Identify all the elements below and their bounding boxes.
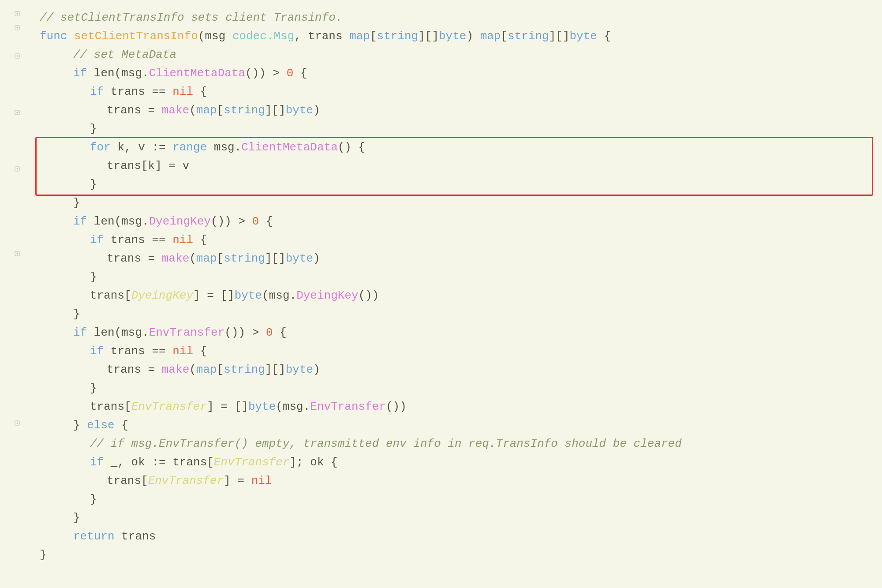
line-tokens: } [90, 176, 97, 193]
token-default: trans = [107, 252, 162, 265]
token-default: } [73, 419, 87, 432]
gutter-icon-5 [12, 79, 22, 89]
gutter-icon-19 [12, 277, 22, 287]
token-default: trans == [111, 233, 172, 247]
token-default: ][] [549, 30, 570, 43]
line-tokens: func setClientTransInfo(msg codec.Msg, t… [40, 27, 611, 45]
token-italic: EnvTransfer [148, 474, 224, 487]
gutter-icon-0[interactable] [12, 9, 22, 19]
token-method: EnvTransfer [310, 400, 386, 413]
token-keyword: byte [248, 400, 276, 413]
token-default: len(msg. [94, 215, 149, 228]
code-line-15: } [35, 268, 882, 287]
token-default: ) [313, 252, 320, 265]
token-keyword: if [73, 215, 94, 228]
gutter-icon-29[interactable] [12, 418, 22, 428]
line-tokens: trans[k] = v [107, 157, 189, 175]
token-func: setClientTransInfo [74, 30, 198, 43]
gutter-icon-2 [12, 37, 22, 47]
code-line-2: func setClientTransInfo(msg codec.Msg, t… [35, 27, 882, 46]
code-line-10: } [35, 176, 882, 194]
code-line-27: } [35, 491, 882, 509]
gutter-icon-12 [12, 178, 22, 188]
code-line-9: trans[k] = v [35, 157, 882, 176]
line-tokens: for k, v := range msg.ClientMetaData() { [90, 139, 365, 156]
token-default: , trans [294, 30, 349, 43]
gutter-icon-11[interactable] [12, 164, 22, 174]
token-default: len(msg. [94, 67, 149, 80]
gutter-icon-25 [12, 362, 22, 371]
token-default: ( [189, 104, 196, 117]
token-default: ) [466, 30, 480, 43]
code-line-14: trans = make(map[string][]byte) [35, 250, 882, 268]
code-line-28: } [35, 509, 882, 528]
token-default: k, v := [117, 141, 172, 154]
gutter-icon-21 [12, 305, 22, 315]
gutter-icon-13 [12, 192, 22, 202]
token-keyword: map [196, 252, 217, 265]
line-tokens: } else { [73, 416, 128, 434]
gutter-icon-16 [12, 235, 22, 244]
token-default: (msg [198, 30, 232, 43]
token-default: ][] [265, 363, 286, 376]
token-method: make [162, 252, 189, 265]
code-line-1: // setClientTransInfo sets client Transi… [35, 9, 882, 27]
gutter-icon-4 [12, 65, 22, 75]
code-line-4: if len(msg.ClientMetaData()) > 0 { [35, 64, 882, 83]
token-default: trans == [111, 85, 172, 98]
code-line-8: for k, v := range msg.ClientMetaData() { [35, 139, 882, 157]
code-line-22: trans[EnvTransfer] = []byte(msg.EnvTrans… [35, 398, 882, 416]
gutter-icon-17[interactable] [12, 249, 22, 258]
token-default: (msg. [276, 400, 310, 413]
line-tokens: } [90, 120, 97, 138]
token-default: ( [189, 363, 196, 376]
token-default: ) [313, 104, 320, 117]
token-method: ClientMetaData [149, 67, 245, 80]
token-default: } [90, 270, 97, 284]
token-default: ][] [265, 104, 286, 117]
token-default: [ [501, 30, 508, 43]
token-keyword: else [87, 419, 114, 432]
code-editor: // setClientTransInfo sets client Transi… [0, 0, 882, 588]
token-default: () { [338, 141, 365, 154]
token-default: len(msg. [94, 326, 149, 339]
token-default: [ [217, 252, 224, 265]
gutter-icon-20 [12, 291, 22, 301]
line-tokens: if _, ok := trans[EnvTransfer]; ok { [90, 453, 338, 471]
gutter-icon-7[interactable] [12, 108, 22, 117]
token-keyword: byte [286, 104, 313, 117]
token-default: [ [370, 30, 377, 43]
token-default: ][] [418, 30, 439, 43]
line-tokens: } [90, 379, 97, 397]
gutter-icon-9 [12, 136, 22, 146]
line-tokens: trans[DyeingKey] = []byte(msg.DyeingKey(… [90, 287, 379, 304]
line-tokens: if trans == nil { [90, 231, 207, 249]
token-default: { [193, 233, 207, 247]
token-keyword: map [196, 363, 217, 376]
token-method: make [162, 104, 189, 117]
token-comment: // setClientTransInfo sets client Transi… [40, 11, 343, 24]
line-tokens: trans = make(map[string][]byte) [107, 250, 320, 267]
token-default: { [273, 326, 287, 339]
token-default: [ [217, 363, 224, 376]
gutter-icon-6 [12, 94, 22, 103]
line-tokens: // setClientTransInfo sets client Transi… [40, 9, 343, 26]
line-tokens: // set MetaData [73, 46, 176, 64]
line-tokens: } [90, 268, 97, 286]
token-keyword: map [349, 30, 370, 43]
token-keyword: string [224, 252, 265, 265]
line-tokens: trans[EnvTransfer] = nil [107, 472, 272, 490]
line-tokens: trans = make(map[string][]byte) [107, 101, 320, 119]
token-default: } [90, 122, 97, 135]
gutter-icon-3[interactable] [12, 51, 22, 61]
code-line-11: } [35, 194, 882, 213]
gutter-icon-18 [12, 263, 22, 273]
token-default: } [40, 548, 47, 562]
token-keyword: byte [286, 363, 313, 376]
token-number: 0 [252, 215, 259, 228]
token-default: trans = [107, 104, 162, 117]
token-keyword: if [90, 85, 111, 98]
token-method: DyeingKey [296, 289, 358, 302]
gutter-icon-27 [12, 390, 22, 400]
gutter-icon-1[interactable] [12, 23, 22, 33]
